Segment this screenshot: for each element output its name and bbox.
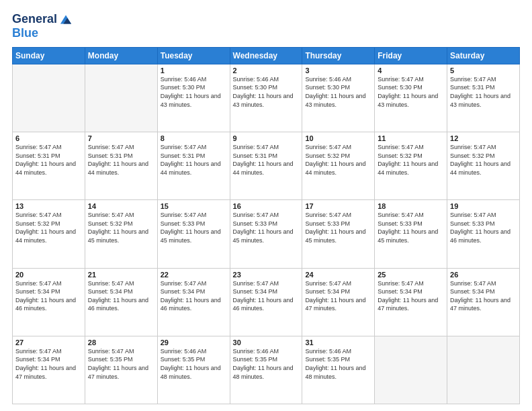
calendar-cell: 3Sunrise: 5:46 AMSunset: 5:30 PMDaylight… bbox=[302, 64, 375, 132]
day-number: 27 bbox=[15, 338, 82, 347]
weekday-header-tuesday: Tuesday bbox=[157, 47, 230, 64]
day-number: 4 bbox=[378, 66, 444, 75]
calendar-cell: 26Sunrise: 5:47 AMSunset: 5:34 PMDayligh… bbox=[447, 268, 520, 336]
day-number: 5 bbox=[450, 66, 517, 75]
day-info: Sunrise: 5:46 AMSunset: 5:30 PMDaylight:… bbox=[161, 75, 227, 109]
calendar-week-row: 20Sunrise: 5:47 AMSunset: 5:34 PMDayligh… bbox=[13, 268, 520, 336]
day-number: 8 bbox=[161, 134, 227, 142]
calendar-cell: 18Sunrise: 5:47 AMSunset: 5:33 PMDayligh… bbox=[375, 200, 447, 268]
logo: General Blue bbox=[12, 12, 73, 40]
weekday-header-row: SundayMondayTuesdayWednesdayThursdayFrid… bbox=[13, 47, 520, 64]
calendar-cell: 13Sunrise: 5:47 AMSunset: 5:32 PMDayligh… bbox=[13, 200, 85, 268]
day-number: 21 bbox=[88, 271, 154, 279]
day-info: Sunrise: 5:47 AMSunset: 5:33 PMDaylight:… bbox=[305, 211, 371, 244]
day-info: Sunrise: 5:47 AMSunset: 5:32 PMDaylight:… bbox=[305, 143, 371, 177]
day-info: Sunrise: 5:46 AMSunset: 5:35 PMDaylight:… bbox=[233, 347, 300, 381]
weekday-header-sunday: Sunday bbox=[13, 47, 85, 64]
day-info: Sunrise: 5:47 AMSunset: 5:30 PMDaylight:… bbox=[378, 75, 444, 109]
calendar-cell: 8Sunrise: 5:47 AMSunset: 5:31 PMDaylight… bbox=[157, 132, 230, 200]
day-number: 31 bbox=[305, 338, 371, 347]
day-info: Sunrise: 5:46 AMSunset: 5:30 PMDaylight:… bbox=[305, 75, 371, 109]
calendar-cell: 9Sunrise: 5:47 AMSunset: 5:31 PMDaylight… bbox=[230, 132, 302, 200]
day-number: 30 bbox=[233, 338, 300, 347]
day-info: Sunrise: 5:47 AMSunset: 5:34 PMDaylight:… bbox=[233, 279, 300, 313]
day-info: Sunrise: 5:47 AMSunset: 5:32 PMDaylight:… bbox=[450, 143, 517, 177]
day-number: 26 bbox=[450, 271, 517, 279]
day-number: 11 bbox=[378, 134, 444, 142]
weekday-header-monday: Monday bbox=[85, 47, 157, 64]
day-info: Sunrise: 5:47 AMSunset: 5:33 PMDaylight:… bbox=[161, 211, 227, 244]
calendar-cell: 16Sunrise: 5:47 AMSunset: 5:33 PMDayligh… bbox=[230, 200, 302, 268]
calendar-cell: 28Sunrise: 5:47 AMSunset: 5:35 PMDayligh… bbox=[85, 336, 157, 404]
calendar-cell: 1Sunrise: 5:46 AMSunset: 5:30 PMDaylight… bbox=[157, 64, 230, 132]
calendar-cell: 7Sunrise: 5:47 AMSunset: 5:31 PMDaylight… bbox=[85, 132, 157, 200]
day-number: 15 bbox=[161, 202, 227, 210]
calendar-cell: 10Sunrise: 5:47 AMSunset: 5:32 PMDayligh… bbox=[302, 132, 375, 200]
calendar-cell bbox=[375, 336, 447, 404]
day-number: 16 bbox=[233, 202, 300, 210]
calendar-cell: 5Sunrise: 5:47 AMSunset: 5:31 PMDaylight… bbox=[447, 64, 520, 132]
calendar-cell: 29Sunrise: 5:46 AMSunset: 5:35 PMDayligh… bbox=[157, 336, 230, 404]
day-number: 20 bbox=[15, 271, 82, 279]
day-number: 9 bbox=[233, 134, 300, 142]
day-number: 7 bbox=[88, 134, 154, 142]
day-info: Sunrise: 5:46 AMSunset: 5:35 PMDaylight:… bbox=[161, 347, 227, 381]
day-info: Sunrise: 5:47 AMSunset: 5:33 PMDaylight:… bbox=[378, 211, 444, 244]
calendar-table: SundayMondayTuesdayWednesdayThursdayFrid… bbox=[12, 47, 520, 404]
weekday-header-friday: Friday bbox=[375, 47, 447, 64]
calendar-cell: 17Sunrise: 5:47 AMSunset: 5:33 PMDayligh… bbox=[302, 200, 375, 268]
day-number: 25 bbox=[378, 271, 444, 279]
calendar-cell: 31Sunrise: 5:46 AMSunset: 5:35 PMDayligh… bbox=[302, 336, 375, 404]
calendar-week-row: 13Sunrise: 5:47 AMSunset: 5:32 PMDayligh… bbox=[13, 200, 520, 268]
day-number: 1 bbox=[161, 66, 227, 75]
day-number: 29 bbox=[161, 338, 227, 347]
day-info: Sunrise: 5:47 AMSunset: 5:33 PMDaylight:… bbox=[450, 211, 517, 244]
day-info: Sunrise: 5:47 AMSunset: 5:32 PMDaylight:… bbox=[88, 211, 154, 244]
calendar-cell: 25Sunrise: 5:47 AMSunset: 5:34 PMDayligh… bbox=[375, 268, 447, 336]
day-number: 12 bbox=[450, 134, 517, 142]
day-number: 24 bbox=[305, 271, 371, 279]
calendar-cell: 15Sunrise: 5:47 AMSunset: 5:33 PMDayligh… bbox=[157, 200, 230, 268]
day-number: 28 bbox=[88, 338, 154, 347]
day-number: 10 bbox=[305, 134, 371, 142]
day-number: 23 bbox=[233, 271, 300, 279]
calendar-cell: 2Sunrise: 5:46 AMSunset: 5:30 PMDaylight… bbox=[230, 64, 302, 132]
calendar-cell: 23Sunrise: 5:47 AMSunset: 5:34 PMDayligh… bbox=[230, 268, 302, 336]
calendar-cell bbox=[13, 64, 85, 132]
header: General Blue bbox=[12, 12, 520, 40]
day-info: Sunrise: 5:47 AMSunset: 5:34 PMDaylight:… bbox=[378, 279, 444, 313]
calendar-cell: 20Sunrise: 5:47 AMSunset: 5:34 PMDayligh… bbox=[13, 268, 85, 336]
day-info: Sunrise: 5:46 AMSunset: 5:35 PMDaylight:… bbox=[305, 347, 371, 381]
calendar-cell: 27Sunrise: 5:47 AMSunset: 5:34 PMDayligh… bbox=[13, 336, 85, 404]
logo-icon bbox=[58, 12, 73, 27]
calendar-week-row: 1Sunrise: 5:46 AMSunset: 5:30 PMDaylight… bbox=[13, 64, 520, 132]
calendar-cell: 14Sunrise: 5:47 AMSunset: 5:32 PMDayligh… bbox=[85, 200, 157, 268]
calendar-cell: 22Sunrise: 5:47 AMSunset: 5:34 PMDayligh… bbox=[157, 268, 230, 336]
day-info: Sunrise: 5:47 AMSunset: 5:31 PMDaylight:… bbox=[450, 75, 517, 109]
day-info: Sunrise: 5:47 AMSunset: 5:31 PMDaylight:… bbox=[233, 143, 300, 177]
logo-text-blue: Blue bbox=[12, 27, 73, 40]
calendar-cell: 24Sunrise: 5:47 AMSunset: 5:34 PMDayligh… bbox=[302, 268, 375, 336]
day-number: 3 bbox=[305, 66, 371, 75]
day-info: Sunrise: 5:47 AMSunset: 5:32 PMDaylight:… bbox=[15, 211, 82, 244]
calendar-cell: 30Sunrise: 5:46 AMSunset: 5:35 PMDayligh… bbox=[230, 336, 302, 404]
calendar-cell: 6Sunrise: 5:47 AMSunset: 5:31 PMDaylight… bbox=[13, 132, 85, 200]
calendar-week-row: 27Sunrise: 5:47 AMSunset: 5:34 PMDayligh… bbox=[13, 336, 520, 404]
day-info: Sunrise: 5:47 AMSunset: 5:34 PMDaylight:… bbox=[305, 279, 371, 313]
weekday-header-wednesday: Wednesday bbox=[230, 47, 302, 64]
logo-text-general: General bbox=[12, 13, 57, 26]
day-info: Sunrise: 5:47 AMSunset: 5:33 PMDaylight:… bbox=[233, 211, 300, 244]
day-info: Sunrise: 5:47 AMSunset: 5:31 PMDaylight:… bbox=[15, 143, 82, 177]
day-info: Sunrise: 5:46 AMSunset: 5:30 PMDaylight:… bbox=[233, 75, 300, 109]
day-number: 17 bbox=[305, 202, 371, 210]
calendar-cell: 4Sunrise: 5:47 AMSunset: 5:30 PMDaylight… bbox=[375, 64, 447, 132]
day-number: 13 bbox=[15, 202, 82, 210]
calendar-cell bbox=[447, 336, 520, 404]
day-info: Sunrise: 5:47 AMSunset: 5:31 PMDaylight:… bbox=[88, 143, 154, 177]
day-info: Sunrise: 5:47 AMSunset: 5:34 PMDaylight:… bbox=[15, 279, 82, 313]
weekday-header-saturday: Saturday bbox=[447, 47, 520, 64]
day-number: 2 bbox=[233, 66, 300, 75]
day-number: 22 bbox=[161, 271, 227, 279]
calendar-cell bbox=[85, 64, 157, 132]
day-info: Sunrise: 5:47 AMSunset: 5:35 PMDaylight:… bbox=[88, 347, 154, 381]
